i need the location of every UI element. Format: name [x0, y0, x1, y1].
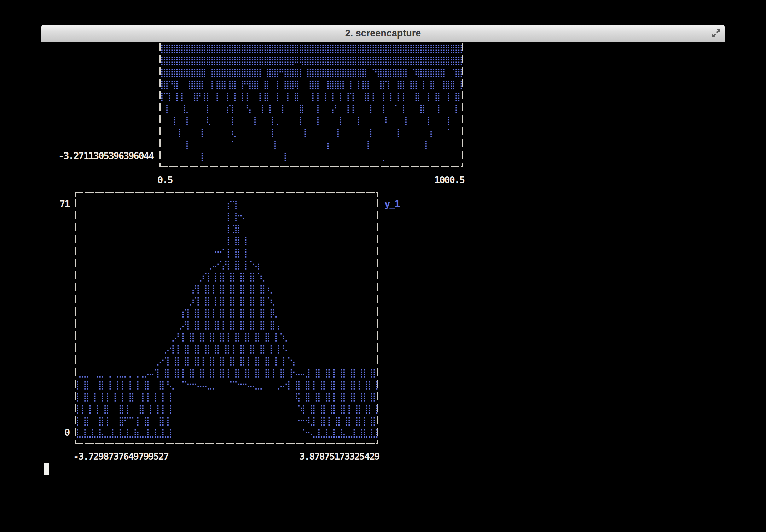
- window-titlebar[interactable]: 2. screencapture: [41, 25, 725, 42]
- plot2-bottom-border: [75, 443, 378, 445]
- plot1-y-min-label: -3.2711305396396044: [58, 150, 153, 162]
- plot2-y-min-label: 0: [64, 427, 69, 439]
- plot2-legend-y1: y_1: [384, 198, 399, 210]
- fullscreen-button[interactable]: [711, 28, 721, 39]
- plot2-top-border: [75, 192, 378, 193]
- plot2-x-min-label: -3.7298737649799527: [73, 451, 168, 463]
- plot1-bottom-border: [159, 166, 463, 168]
- plot1-x-min-label: 0.5: [157, 174, 172, 186]
- plot2-y-max-label: 71: [59, 198, 69, 210]
- plot1-x-max-label: 1000.5: [434, 174, 464, 186]
- terminal-cursor: [44, 463, 49, 475]
- histogram-plot: [76, 198, 379, 439]
- plot2-top-right-corner: [377, 192, 378, 197]
- desktop: 2. screencapture -3.2711305396396044 0.5…: [0, 0, 766, 532]
- fullscreen-arrows-icon: [711, 28, 721, 39]
- plot2-top-left-corner: [75, 192, 76, 197]
- window-title: 2. screencapture: [41, 25, 725, 42]
- index-scatter-plot: [161, 42, 463, 163]
- plot2-x-max-label: 3.87875173325429: [299, 451, 379, 463]
